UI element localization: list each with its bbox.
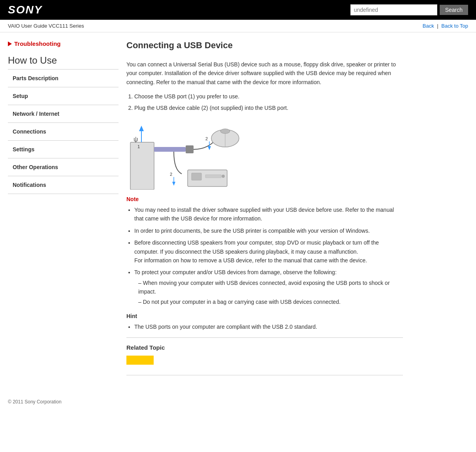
- list-item: The USB ports on your computer are compl…: [134, 322, 403, 331]
- list-item: Do not put your computer in a bag or car…: [138, 298, 403, 306]
- list-item: Settings: [8, 141, 119, 158]
- svg-marker-15: [172, 182, 175, 186]
- list-item: Choose the USB port (1) you prefer to us…: [134, 92, 403, 101]
- header: SONY Search: [0, 0, 476, 20]
- troubleshooting-link[interactable]: Troubleshooting: [8, 40, 119, 47]
- svg-text:1: 1: [137, 144, 140, 149]
- related-topic-section: Related Topic: [126, 337, 403, 375]
- svg-rect-6: [186, 145, 194, 153]
- footer: © 2011 Sony Corporation: [0, 391, 476, 412]
- hint-label: Hint: [126, 313, 403, 319]
- svg-rect-5: [154, 147, 186, 152]
- protect-sub-list: When moving your computer with USB devic…: [138, 279, 403, 307]
- search-button[interactable]: Search: [440, 5, 468, 15]
- page-title: Connecting a USB Device: [126, 40, 403, 54]
- sidebar-item-notifications[interactable]: Notifications: [8, 176, 119, 194]
- svg-rect-17: [192, 173, 201, 180]
- svg-text:2: 2: [205, 136, 208, 141]
- sidebar-menu: Parts Description Setup Network / Intern…: [8, 70, 119, 194]
- sidebar-item-network-internet[interactable]: Network / Internet: [8, 105, 119, 122]
- sidebar-item-connections[interactable]: Connections: [8, 123, 119, 140]
- sidebar-item-setup[interactable]: Setup: [8, 87, 119, 105]
- list-item: Notifications: [8, 176, 119, 194]
- related-topic-title: Related Topic: [126, 344, 403, 351]
- svg-text:2: 2: [170, 172, 172, 177]
- main-container: Troubleshooting How to Use Parts Descrip…: [0, 32, 476, 383]
- list-item: You may need to install the driver softw…: [134, 205, 403, 223]
- list-item: Parts Description: [8, 70, 119, 87]
- svg-rect-0: [130, 142, 154, 190]
- svg-marker-4: [139, 126, 144, 131]
- chevron-right-icon: [8, 41, 12, 46]
- svg-text:ψ: ψ: [134, 136, 138, 143]
- svg-marker-9: [208, 146, 211, 150]
- list-item: Network / Internet: [8, 105, 119, 123]
- breadcrumb: VAIO User Guide VCC111 Series: [8, 23, 84, 29]
- note-label: Note: [126, 196, 403, 202]
- list-item: Before disconnecting USB speakers from y…: [134, 238, 403, 265]
- hint-list: The USB ports on your computer are compl…: [134, 322, 403, 331]
- note-list: You may need to install the driver softw…: [134, 205, 403, 307]
- back-to-top-link[interactable]: Back to Top: [441, 23, 468, 29]
- nav-links: Back | Back to Top: [423, 23, 468, 29]
- sidebar-item-other-operations[interactable]: Other Operations: [8, 158, 119, 176]
- sidebar: Troubleshooting How to Use Parts Descrip…: [8, 40, 119, 375]
- list-item: Other Operations: [8, 158, 119, 176]
- list-item: When moving your computer with USB devic…: [138, 279, 403, 296]
- copyright-text: © 2011 Sony Corporation: [8, 399, 62, 405]
- back-link[interactable]: Back: [423, 23, 434, 29]
- usb-diagram: ψ 1 2: [126, 119, 253, 190]
- related-topic-link[interactable]: [126, 356, 154, 365]
- svg-rect-18: [205, 175, 221, 178]
- how-to-use-title: How to Use: [8, 55, 119, 66]
- content-area: Connecting a USB Device You can connect …: [126, 40, 403, 375]
- sony-logo: SONY: [8, 4, 42, 16]
- search-input[interactable]: [350, 4, 437, 15]
- list-item: To protect your computer and/or USB devi…: [134, 268, 403, 307]
- svg-point-12: [220, 129, 230, 134]
- search-area: Search: [350, 4, 468, 15]
- list-item: Setup: [8, 87, 119, 105]
- sidebar-item-settings[interactable]: Settings: [8, 141, 119, 158]
- list-item: In order to print documents, be sure the…: [134, 226, 403, 235]
- sidebar-item-parts-description[interactable]: Parts Description: [8, 70, 119, 87]
- related-topic-bottom-divider: [126, 375, 403, 375]
- list-item: Plug the USB device cable (2) (not suppl…: [134, 104, 403, 112]
- steps-list: Choose the USB port (1) you prefer to us…: [134, 92, 403, 112]
- svg-point-19: [222, 175, 225, 178]
- troubleshooting-label: Troubleshooting: [14, 40, 61, 47]
- content-intro: You can connect a Universal Serial Bus (…: [126, 60, 403, 87]
- subheader: VAIO User Guide VCC111 Series Back | Bac…: [0, 20, 476, 32]
- nav-separator: |: [437, 23, 438, 29]
- list-item: Connections: [8, 123, 119, 141]
